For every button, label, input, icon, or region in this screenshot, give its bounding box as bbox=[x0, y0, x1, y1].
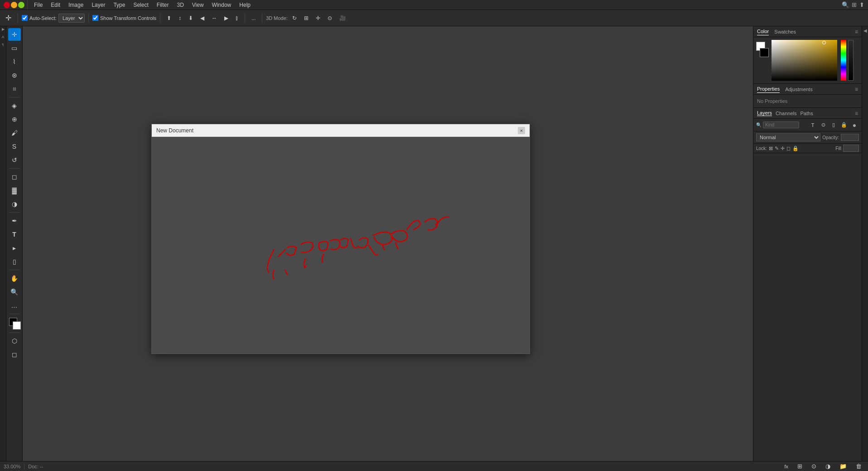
lock-all-btn[interactable]: 🔒 bbox=[792, 146, 799, 151]
dialog-close-btn[interactable]: × bbox=[518, 127, 525, 134]
lock-artboard-btn[interactable]: ◻ bbox=[786, 146, 791, 151]
canvas-area[interactable]: New Document × bbox=[23, 26, 753, 461]
hue-strip[interactable] bbox=[841, 40, 846, 81]
status-delete-btn[interactable]: 🗑 bbox=[853, 461, 864, 471]
lock-paint-btn[interactable]: ✎ bbox=[775, 146, 779, 151]
layers-list[interactable] bbox=[753, 153, 862, 461]
menu-view[interactable]: View bbox=[188, 1, 207, 9]
blend-mode-select[interactable]: Normal bbox=[756, 133, 820, 141]
swatches-tab[interactable]: Swatches bbox=[774, 28, 796, 35]
window-max-btn[interactable] bbox=[18, 2, 24, 8]
dodge-tool-icon[interactable]: ◑ bbox=[8, 198, 21, 210]
marquee-tool-icon[interactable]: ▭ bbox=[8, 42, 21, 54]
menu-window[interactable]: Window bbox=[208, 1, 235, 9]
path-select-tool-icon[interactable]: ▸ bbox=[8, 242, 21, 254]
align-right-btn[interactable]: ▶ bbox=[222, 14, 231, 23]
paths-tab[interactable]: Paths bbox=[800, 111, 813, 116]
move-tool-btn[interactable]: ✛ bbox=[3, 12, 14, 24]
crop-tool-icon[interactable]: ⌗ bbox=[8, 83, 21, 95]
brush-tool-icon[interactable]: 🖌 bbox=[8, 126, 21, 139]
distribute-btn[interactable]: ⫿ bbox=[233, 14, 241, 23]
3d-grid-btn[interactable]: ⊞ bbox=[301, 14, 311, 23]
shape-tool-icon[interactable]: ▯ bbox=[8, 255, 21, 268]
filter-type-btn[interactable]: T bbox=[808, 121, 817, 130]
more-tools-icon[interactable]: … bbox=[8, 299, 21, 312]
arrange-icon[interactable]: ⊞ bbox=[852, 1, 857, 8]
background-color-swatch[interactable] bbox=[13, 321, 21, 330]
status-folder-btn[interactable]: 📁 bbox=[837, 461, 849, 471]
color-panel-menu-icon[interactable]: ≡ bbox=[855, 29, 858, 35]
fx-btn[interactable]: fx bbox=[781, 462, 791, 471]
menu-help[interactable]: Help bbox=[236, 1, 254, 9]
3d-camera-btn[interactable]: ⊙ bbox=[325, 14, 335, 23]
type-tool-icon[interactable]: T bbox=[8, 228, 21, 241]
lock-transparent-btn[interactable]: ⊠ bbox=[769, 146, 773, 151]
menu-edit[interactable]: Edit bbox=[47, 1, 64, 9]
align-vcenter-btn[interactable]: ↕ bbox=[176, 14, 184, 23]
zoom-tool-icon[interactable]: 🔍 bbox=[8, 286, 21, 298]
pen-tool-icon[interactable]: ✒ bbox=[8, 214, 21, 227]
align-top-btn[interactable]: ⬆ bbox=[164, 14, 174, 23]
layers-tab[interactable]: Layers bbox=[757, 110, 772, 116]
menu-3d[interactable]: 3D bbox=[173, 1, 187, 9]
share-icon[interactable]: ⬆ bbox=[859, 1, 864, 8]
menu-select[interactable]: Select bbox=[130, 1, 152, 9]
fill-input[interactable] bbox=[843, 145, 859, 152]
side-icon-2[interactable]: A bbox=[2, 35, 4, 39]
menu-filter[interactable]: Filter bbox=[153, 1, 173, 9]
eraser-tool-icon[interactable]: ◻ bbox=[8, 170, 21, 183]
side-icon-3[interactable]: ¶ bbox=[2, 43, 4, 47]
auto-select-type-select[interactable]: Layer bbox=[58, 14, 85, 23]
history-brush-tool-icon[interactable]: ↺ bbox=[8, 154, 21, 166]
filter-adjust-btn[interactable]: ⊙ bbox=[819, 121, 828, 130]
align-left-btn[interactable]: ◀ bbox=[198, 14, 207, 23]
dialog-content[interactable] bbox=[152, 137, 530, 354]
menu-layer[interactable]: Layer bbox=[88, 1, 109, 9]
layers-search-input[interactable] bbox=[763, 121, 799, 128]
menu-image[interactable]: Image bbox=[65, 1, 87, 9]
window-close-btn[interactable] bbox=[4, 2, 10, 8]
filter-shape-btn[interactable]: ▯ bbox=[829, 121, 838, 130]
more-options-btn[interactable]: ... bbox=[249, 14, 258, 22]
window-min-btn[interactable] bbox=[11, 2, 17, 8]
lock-position-btn[interactable]: ✛ bbox=[781, 146, 785, 151]
menu-type[interactable]: Type bbox=[110, 1, 129, 9]
auto-select-checkbox[interactable] bbox=[22, 15, 28, 21]
3d-axis-btn[interactable]: ✛ bbox=[313, 14, 323, 23]
3d-extra-btn[interactable]: 🎥 bbox=[337, 14, 349, 23]
layers-panel-menu-icon[interactable]: ≡ bbox=[855, 110, 858, 117]
right-panels: Color Swatches ≡ bbox=[753, 26, 862, 461]
side-icon-1[interactable]: ▶ bbox=[2, 27, 5, 31]
show-transform-checkbox[interactable] bbox=[92, 15, 98, 21]
adjustments-tab[interactable]: Adjustments bbox=[785, 86, 813, 93]
gradient-tool-icon[interactable]: ▓ bbox=[8, 184, 21, 197]
collapse-right-btn[interactable]: ◀ bbox=[863, 27, 868, 34]
hand-tool-icon[interactable]: ✋ bbox=[8, 272, 21, 285]
3d-rotate-btn[interactable]: ↻ bbox=[289, 14, 299, 23]
bg-swatch[interactable] bbox=[760, 48, 769, 57]
color-tab[interactable]: Color bbox=[757, 28, 769, 35]
menu-file[interactable]: File bbox=[30, 1, 46, 9]
status-adj-btn[interactable]: ◑ bbox=[823, 461, 833, 471]
filter-smart-btn[interactable]: 🔒 bbox=[839, 121, 849, 130]
quick-select-tool-icon[interactable]: ⊛ bbox=[8, 69, 21, 82]
channels-tab[interactable]: Channels bbox=[776, 111, 796, 116]
search-icon[interactable]: 🔍 bbox=[842, 1, 849, 8]
opacity-input[interactable] bbox=[841, 134, 859, 141]
move-tool-icon[interactable]: ✛ bbox=[8, 28, 21, 41]
quick-mask-icon[interactable]: ⬡ bbox=[8, 335, 21, 347]
opacity-strip[interactable] bbox=[848, 40, 854, 81]
color-gradient-picker[interactable] bbox=[772, 40, 837, 81]
status-add-layer-btn[interactable]: ⊞ bbox=[795, 461, 805, 471]
align-bottom-btn[interactable]: ⬇ bbox=[186, 14, 196, 23]
clone-tool-icon[interactable]: S bbox=[8, 140, 21, 153]
healing-tool-icon[interactable]: ⊕ bbox=[8, 113, 21, 126]
screen-mode-icon[interactable]: ◻ bbox=[8, 348, 21, 361]
eyedropper-tool-icon[interactable]: ◈ bbox=[8, 99, 21, 112]
status-mask-btn[interactable]: ⊙ bbox=[809, 461, 819, 471]
properties-tab[interactable]: Properties bbox=[757, 85, 780, 93]
lasso-tool-icon[interactable]: ⌇ bbox=[8, 55, 21, 68]
properties-panel-menu-icon[interactable]: ≡ bbox=[855, 86, 858, 92]
filter-pixel-btn[interactable]: ● bbox=[850, 121, 859, 130]
align-hcenter-btn[interactable]: ↔ bbox=[209, 14, 220, 23]
